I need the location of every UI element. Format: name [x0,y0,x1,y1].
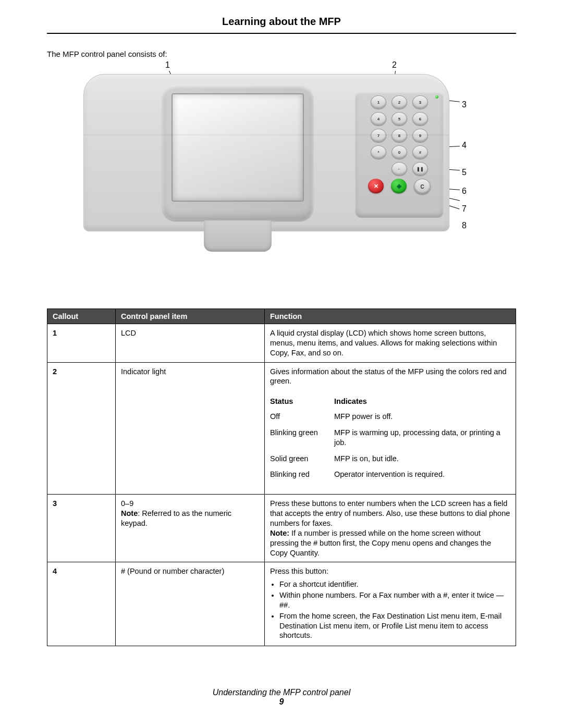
function-intro: Gives information about the status of th… [270,367,507,386]
th-function: Function [265,309,516,324]
footer-page-number: 9 [279,697,284,706]
item-line1: 0–9 [121,499,133,508]
status-cell: Off [270,409,334,425]
table-row: 3 0–9 Note: Referred to as the numeric k… [47,495,516,562]
status-header: Status [270,393,334,409]
status-cell: Solid green [270,451,334,467]
footer-text: Understanding the MFP control panel [213,688,350,697]
back-button[interactable]: ← [391,162,407,176]
cell-item: Indicator light [116,362,265,495]
control-panel-diagram: 1 2 3 4 5 6 7 8 9 10 [47,64,516,277]
clear-button[interactable]: C [414,179,431,194]
cell-callout: 3 [47,495,116,562]
function-note-text: If a number is pressed while on the home… [270,529,491,557]
cell-function: Gives information about the status of th… [265,362,516,495]
callout-4: 4 [462,141,467,150]
callout-3: 3 [462,100,467,109]
table-row: 4 # (Pound or number character) Press th… [47,562,516,646]
keypad-5[interactable]: 5 [391,112,407,126]
callout-5: 5 [462,168,467,177]
control-panel-table: Callout Control panel item Function 1 LC… [47,309,516,646]
table-row: 1 LCD A liquid crystal display (LCD) whi… [47,324,516,363]
cell-function: Press these buttons to enter numbers whe… [265,495,516,562]
status-table: Status Indicates Off MFP power is off. B… [270,393,510,483]
keypad-0[interactable]: 0 [391,145,407,159]
keypad-8[interactable]: 8 [391,129,407,142]
list-item: From the home screen, the Fax Destinatio… [279,611,510,641]
keypad-4[interactable]: 4 [371,112,386,126]
cell-callout: 4 [47,562,116,646]
list-item: Within phone numbers. For a Fax number w… [279,590,510,610]
device-body: 1 2 3 4 5 6 7 8 9 * 0 # [83,74,449,231]
th-item: Control panel item [116,309,265,324]
function-p1: Press these buttons to enter numbers whe… [270,499,510,527]
keypad-7[interactable]: 7 [371,129,386,142]
start-icon: ◈ [397,182,401,190]
clear-icon: C [420,184,424,190]
keypad-2[interactable]: 2 [391,95,407,109]
indicates-cell: Operator intervention is required. [334,466,510,483]
indicates-cell: MFP is warming up, processing data, or p… [334,425,510,451]
stop-icon: ✕ [374,183,378,190]
lcd-screen[interactable] [172,93,304,202]
indicates-header: Indicates [334,393,510,409]
page-footer: Understanding the MFP control panel 9 [47,688,516,707]
list-item: For a shortcut identifier. [279,579,510,589]
start-button[interactable]: ◈ [391,179,407,193]
pause-button[interactable]: ❚❚ [412,162,428,176]
callout-6: 6 [462,187,467,196]
function-intro: Press this button: [270,567,328,575]
callout-7: 7 [462,204,467,214]
cell-item: LCD [116,324,265,363]
callout-8: 8 [462,221,467,230]
keypad-1[interactable]: 1 [371,95,386,109]
keypad-6[interactable]: 6 [412,112,428,126]
lcd-frame [162,85,313,220]
function-note-label: Note: [270,529,289,537]
table-row: 2 Indicator light Gives information abou… [47,362,516,495]
callout-1: 1 [165,60,170,70]
lcd-stand [204,220,272,252]
callout-2: 2 [392,60,397,70]
keypad-hash[interactable]: # [412,145,428,159]
note-text: : Referred to as the numeric keypad. [121,509,231,527]
intro-text: The MFP control panel consists of: [47,50,516,58]
indicates-cell: MFP is on, but idle. [334,451,510,467]
th-callout: Callout [47,309,116,324]
keypad-9[interactable]: 9 [412,129,428,142]
stop-button[interactable]: ✕ [368,179,384,193]
indicator-light [435,95,438,98]
keypad-star[interactable]: * [371,145,386,159]
cell-function: A liquid crystal display (LCD) which sho… [265,324,516,363]
keypad-3[interactable]: 3 [412,95,428,109]
status-cell: Blinking red [270,466,334,483]
keypad-panel: 1 2 3 4 5 6 7 8 9 * 0 # [355,91,444,218]
cell-item: 0–9 Note: Referred to as the numeric key… [116,495,265,562]
cell-item: # (Pound or number character) [116,562,265,646]
bullet-list: For a shortcut identifier. Within phone … [270,579,510,640]
header-rule [47,33,516,34]
page-title: Learning about the MFP [47,16,516,33]
cell-function: Press this button: For a shortcut identi… [265,562,516,646]
indicates-cell: MFP power is off. [334,409,510,425]
cell-callout: 2 [47,362,116,495]
cell-callout: 1 [47,324,116,363]
note-label: Note [121,509,138,517]
page-header: Learning about the MFP [47,16,516,34]
status-cell: Blinking green [270,425,334,451]
